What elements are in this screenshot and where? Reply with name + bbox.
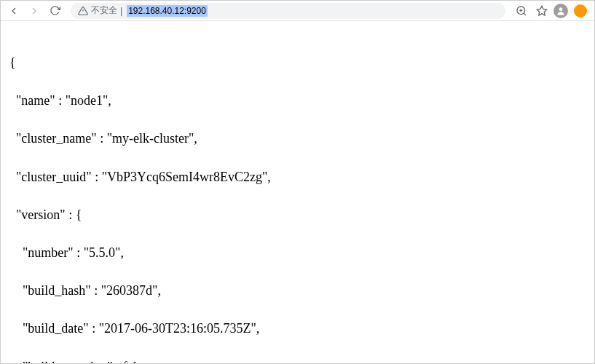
json-line: "build_hash" : "260387d", — [9, 281, 586, 300]
back-button[interactable] — [5, 2, 23, 20]
forward-button[interactable] — [25, 2, 43, 20]
svg-point-7 — [559, 7, 563, 11]
json-line: "version" : { — [9, 205, 586, 224]
security-indicator[interactable]: 不安全 | — [78, 4, 122, 17]
json-line: { — [9, 53, 586, 72]
json-line: "cluster_uuid" : "VbP3Ycq6SemI4wr8EvC2zg… — [9, 167, 586, 186]
json-line: "name" : "node1", — [9, 91, 586, 110]
warning-icon — [78, 6, 88, 16]
browser-toolbar: 不安全 | 192.168.40.12:9200 — [1, 1, 594, 21]
zoom-icon[interactable] — [513, 2, 530, 20]
notification-badge[interactable] — [574, 4, 587, 17]
reload-button[interactable] — [46, 2, 63, 20]
svg-line-3 — [524, 13, 526, 15]
security-label: 不安全 — [91, 4, 117, 17]
json-line: "cluster_name" : "my-elk-cluster", — [9, 129, 586, 148]
bookmark-star-icon[interactable] — [533, 2, 551, 20]
profile-avatar[interactable] — [553, 4, 568, 18]
json-line: "build_date" : "2017-06-30T23:16:05.735Z… — [9, 319, 586, 338]
address-bar[interactable]: 不安全 | 192.168.40.12:9200 — [71, 3, 505, 19]
json-line: "build_snapshot" : false, — [9, 357, 586, 364]
separator: | — [120, 6, 122, 16]
json-line: "number" : "5.5.0", — [9, 243, 586, 262]
url-text[interactable]: 192.168.40.12:9200 — [127, 5, 208, 17]
svg-marker-6 — [537, 6, 546, 15]
response-body: { "name" : "node1", "cluster_name" : "my… — [1, 21, 594, 364]
